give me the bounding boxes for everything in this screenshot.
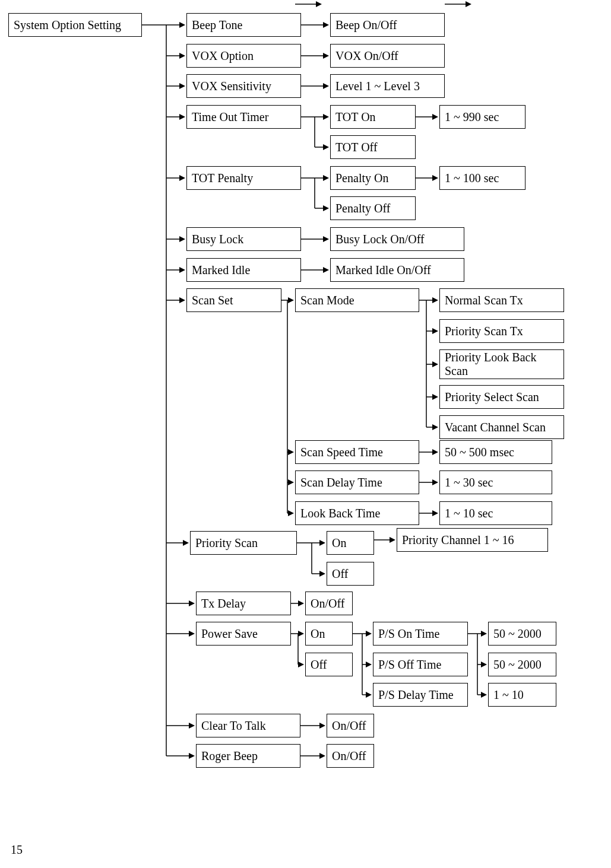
node-priority-on: On <box>327 531 374 555</box>
node-ps-delay-time: P/S Delay Time <box>373 683 468 707</box>
node-penalty-range: 1 ~ 100 sec <box>439 166 525 190</box>
node-scan-mode-normal: Normal Scan Tx <box>439 288 564 312</box>
node-priority-channel-range: Priority Channel 1 ~ 16 <box>397 528 548 552</box>
node-tx-delay: Tx Delay <box>196 592 291 615</box>
node-ctt-onoff: On/Off <box>327 714 374 737</box>
node-penalty-on: Penalty On <box>330 166 416 190</box>
node-vox-onoff: VOX On/Off <box>330 44 445 68</box>
node-ps-on-range: 50 ~ 2000 <box>488 622 556 646</box>
node-system-option-setting: System Option Setting <box>8 13 142 37</box>
node-scan-delay-time: Scan Delay Time <box>295 470 419 494</box>
node-roger-beep: Roger Beep <box>196 744 300 768</box>
node-ps-on: On <box>305 622 353 646</box>
node-scan-speed-time: Scan Speed Time <box>295 440 419 464</box>
node-ps-delay-range: 1 ~ 10 <box>488 683 556 707</box>
node-busy-lock-onoff: Busy Lock On/Off <box>330 227 464 251</box>
node-beep-onoff: Beep On/Off <box>330 13 445 37</box>
node-tot-range: 1 ~ 990 sec <box>439 105 525 129</box>
node-scan-mode-priority-tx: Priority Scan Tx <box>439 319 564 343</box>
node-priority-scan: Priority Scan <box>190 531 297 555</box>
node-marked-idle: Marked Idle <box>186 258 301 282</box>
node-penalty-off: Penalty Off <box>330 196 416 220</box>
node-scan-mode-priority-lookback: Priority Look Back Scan <box>439 349 564 379</box>
node-scan-set: Scan Set <box>186 288 281 312</box>
node-power-save: Power Save <box>196 622 291 646</box>
node-ps-on-time: P/S On Time <box>373 622 468 646</box>
node-ps-off: Off <box>305 653 353 676</box>
node-look-back-time: Look Back Time <box>295 501 419 525</box>
node-scan-mode: Scan Mode <box>295 288 419 312</box>
node-look-back-range: 1 ~ 10 sec <box>439 501 552 525</box>
node-scan-mode-vacant: Vacant Channel Scan <box>439 415 564 439</box>
diagram-canvas: System Option Setting Beep Tone VOX Opti… <box>0 0 611 868</box>
node-ps-off-time: P/S Off Time <box>373 653 468 676</box>
node-time-out-timer: Time Out Timer <box>186 105 301 129</box>
node-tot-off: TOT Off <box>330 135 416 159</box>
node-roger-onoff: On/Off <box>327 744 374 768</box>
node-scan-delay-range: 1 ~ 30 sec <box>439 470 552 494</box>
node-txdelay-onoff: On/Off <box>305 592 353 615</box>
node-beep-tone: Beep Tone <box>186 13 301 37</box>
node-marked-idle-onoff: Marked Idle On/Off <box>330 258 464 282</box>
node-vox-sensitivity: VOX Sensitivity <box>186 74 301 98</box>
node-tot-penalty: TOT Penalty <box>186 166 301 190</box>
node-clear-to-talk: Clear To Talk <box>196 714 300 737</box>
node-scan-speed-range: 50 ~ 500 msec <box>439 440 552 464</box>
node-scan-mode-priority-select: Priority Select Scan <box>439 385 564 409</box>
node-priority-off: Off <box>327 562 374 586</box>
node-vox-option: VOX Option <box>186 44 301 68</box>
node-busy-lock: Busy Lock <box>186 227 301 251</box>
page-number: 15 <box>11 843 23 857</box>
node-vox-levels: Level 1 ~ Level 3 <box>330 74 445 98</box>
node-tot-on: TOT On <box>330 105 416 129</box>
node-ps-off-range: 50 ~ 2000 <box>488 653 556 676</box>
